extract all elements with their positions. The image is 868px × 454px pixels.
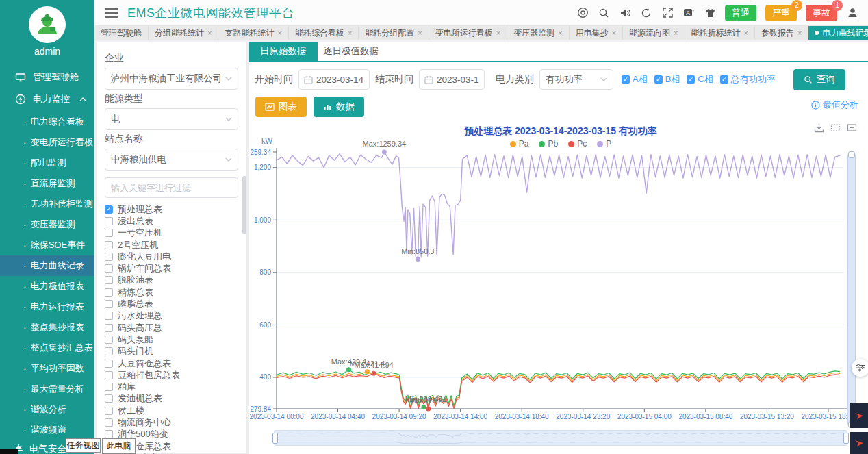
checkbox-icon[interactable] [105, 229, 113, 237]
checkbox-icon[interactable] [105, 253, 113, 261]
checkbox-icon[interactable] [105, 371, 113, 379]
meter-checkbox-item[interactable]: 磷脂总表 [105, 298, 238, 310]
meter-checkbox-item[interactable]: 膨化大豆用电 [105, 251, 238, 262]
phase-checkbox[interactable]: ✓C相 [687, 73, 713, 86]
data-view-button[interactable]: 数据 [314, 97, 364, 117]
meter-checkbox-item[interactable]: 物流商务中心 [105, 416, 238, 428]
page-tab[interactable]: 能源流向图× [623, 26, 685, 40]
power-type-select[interactable]: 有功功率 [539, 69, 613, 90]
tab-close-icon[interactable]: × [744, 29, 748, 37]
enterprise-select[interactable]: 泸州中海粮油工业有限公司 [105, 68, 238, 90]
tab-close-icon[interactable]: × [277, 29, 281, 37]
sidebar-item-power-monitoring[interactable]: 电力监控 [0, 88, 94, 110]
alarm-badge-accident[interactable]: 事故1 [806, 5, 837, 21]
sidebar-subitem[interactable]: ·综保SOE事件 [0, 235, 94, 255]
tab-daily-extreme-data[interactable]: 逐日极值数据 [312, 42, 390, 61]
meter-checkbox-item[interactable]: 侯工楼 [105, 405, 238, 416]
sidebar-subitem[interactable]: ·谐波频谱 [0, 420, 94, 440]
page-tab[interactable]: 用电集抄× [570, 26, 623, 40]
page-tab[interactable]: 分组能耗统计× [149, 26, 218, 40]
sidebar-item-management-cockpit[interactable]: 管理驾驶舱 [0, 66, 94, 88]
checkbox-icon[interactable] [105, 383, 113, 391]
sidebar-subitem[interactable]: ·变压器监测 [0, 214, 94, 235]
meter-checkbox-item[interactable]: 码头门机 [105, 346, 238, 357]
alarm-badge-severe[interactable]: 严重2 [765, 5, 797, 21]
avatar[interactable] [29, 6, 66, 43]
search-icon[interactable] [598, 7, 610, 19]
meter-checkbox-item[interactable]: 码头高压总 [105, 322, 238, 333]
legend-item[interactable]: P [597, 139, 611, 149]
theme-shirt-icon[interactable] [704, 7, 716, 19]
meter-checkbox-item[interactable]: 粕库 [105, 381, 238, 392]
notification-tile[interactable] [850, 403, 868, 428]
meter-checkbox-item[interactable]: ✓预处理总表 [105, 203, 238, 215]
tab-close-icon[interactable]: × [558, 29, 562, 37]
checkbox-icon[interactable] [105, 217, 113, 225]
meter-checkbox-item[interactable]: 大豆筒仓总表 [105, 357, 238, 369]
datazoom-slider[interactable] [274, 430, 847, 446]
page-tab[interactable]: 参数报告× [755, 26, 808, 40]
sidebar-subitem[interactable]: ·谐波分析 [0, 399, 94, 420]
fullscreen-icon[interactable] [661, 7, 674, 19]
sidebar-subitem[interactable]: ·直流屏监测 [0, 173, 94, 194]
sidebar-subitem[interactable]: ·无功补偿柜监测 [0, 194, 94, 214]
checkbox-icon[interactable] [105, 430, 113, 438]
page-tab[interactable]: 管理驾驶舱 [94, 26, 149, 40]
page-tab[interactable]: 能耗综合看板× [289, 26, 359, 40]
meter-checkbox-item[interactable]: 锅炉车间总表 [105, 262, 238, 274]
meter-checkbox-item[interactable]: 脱胶油表 [105, 275, 238, 286]
sidebar-subitem[interactable]: ·整点集抄汇总表 [0, 338, 94, 358]
volume-icon[interactable] [619, 7, 631, 19]
chart-view-button[interactable]: 图表 [255, 97, 307, 117]
page-tab[interactable]: 支路能耗统计× [218, 26, 288, 40]
checkbox-icon[interactable] [105, 312, 113, 320]
page-tab[interactable]: 能耗折标统计× [685, 26, 755, 40]
sidebar-subitem[interactable]: ·电力曲线记录 [0, 255, 94, 276]
phase-checkbox[interactable]: ✓A相 [622, 73, 648, 86]
tab-close-icon[interactable]: × [797, 29, 802, 37]
checkbox-icon[interactable] [105, 264, 113, 273]
meter-checkbox-item[interactable]: 发油棚总表 [105, 393, 238, 405]
end-date-input[interactable]: 2023-03-1 [419, 69, 485, 90]
page-tab[interactable]: 电力曲线记录× [808, 26, 868, 40]
page-tab[interactable]: 能耗分组配置× [359, 26, 429, 40]
translate-icon[interactable]: Ax [682, 7, 695, 19]
checkbox-icon[interactable] [105, 336, 113, 344]
meter-checkbox-item[interactable]: 码头泵船 [105, 333, 238, 345]
checkbox-icon[interactable] [105, 360, 113, 368]
energy-type-select[interactable]: 电 [105, 108, 238, 130]
meter-checkbox-item[interactable]: 精炼总表 [105, 286, 238, 298]
extreme-analysis-link[interactable]: 最值分析 [811, 99, 858, 111]
meter-checkbox-item[interactable]: 豆粕打包房总表 [105, 369, 238, 381]
meter-checkbox-item[interactable]: 污水处理总 [105, 310, 238, 322]
alarm-badge-normal[interactable]: 普通 [725, 5, 756, 21]
sidebar-subitem[interactable]: ·电力综合看板 [0, 112, 94, 132]
checkbox-icon[interactable] [105, 394, 113, 403]
power-curve-chart[interactable]: 259.341,2001,000800600400279.84kW2023-03… [249, 117, 868, 432]
sidebar-subitem[interactable]: ·电力运行报表 [0, 297, 94, 317]
checkbox-icon[interactable]: ✓ [720, 75, 728, 84]
station-name-select[interactable]: 中海粮油供电 [105, 149, 238, 171]
sidebar-subitem[interactable]: ·整点集抄报表 [0, 317, 94, 338]
phase-checkbox[interactable]: ✓总有功功率 [720, 73, 776, 86]
checkbox-icon[interactable] [105, 347, 113, 355]
legend-item[interactable]: Pa [510, 139, 529, 149]
query-button[interactable]: 查询 [793, 69, 845, 90]
sidebar-subitem[interactable]: ·变电所运行看板 [0, 132, 94, 153]
sidebar-subitem[interactable]: ·最大需量分析 [0, 379, 94, 399]
checkbox-icon[interactable] [105, 300, 113, 308]
data-zoom-icon[interactable] [830, 123, 841, 133]
sidebar-subitem[interactable]: ·平均功率因数 [0, 358, 94, 379]
phase-checkbox[interactable]: ✓B相 [654, 73, 680, 86]
start-date-input[interactable]: 2023-03-14 [298, 69, 370, 90]
tab-daily-raw-data[interactable]: 日原始数据 [249, 42, 318, 61]
legend-item[interactable]: Pb [539, 139, 558, 149]
page-tab[interactable]: 变电所运行看板× [429, 26, 507, 40]
list-scrollbar[interactable] [242, 176, 246, 234]
hamburger-menu-icon[interactable] [105, 8, 118, 18]
chart-filter-button[interactable] [852, 359, 868, 377]
meter-checkbox-item[interactable]: 一号空压机 [105, 227, 238, 239]
meter-checkbox-item[interactable]: 2号空压机 [105, 239, 238, 251]
tab-close-icon[interactable]: × [496, 29, 500, 37]
tab-close-icon[interactable]: × [348, 29, 352, 37]
